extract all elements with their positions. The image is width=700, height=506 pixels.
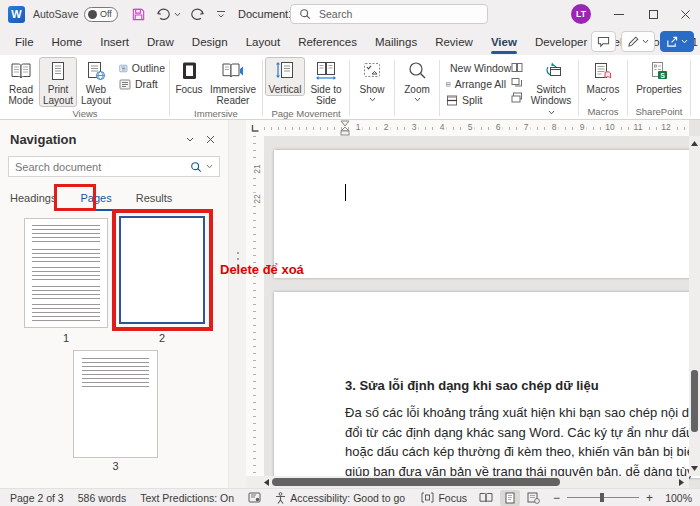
- zoom-knob[interactable]: [600, 493, 604, 502]
- outline-icon: [119, 63, 128, 74]
- ruler-number: 21: [252, 162, 262, 175]
- tab-pages[interactable]: Pages: [80, 192, 111, 211]
- tab-selector[interactable]: [246, 120, 264, 136]
- indent-markers-icon[interactable]: [340, 120, 350, 136]
- page-thumbnail-3[interactable]: [73, 350, 158, 458]
- ruler-number: 3: [410, 122, 419, 132]
- tab-home[interactable]: Home: [43, 28, 92, 55]
- immersive-reader-button[interactable]: Immersive Reader: [206, 57, 260, 107]
- document-page-2[interactable]: [274, 150, 700, 278]
- read-mode-button[interactable]: Read Mode: [3, 57, 39, 107]
- tab-mailings[interactable]: Mailings: [366, 28, 426, 55]
- show-dropdown-button[interactable]: Show: [352, 57, 392, 103]
- scroll-up-arrow[interactable]: [689, 138, 700, 149]
- tab-insert[interactable]: Insert: [91, 28, 138, 55]
- scroll-down-arrow[interactable]: [689, 463, 700, 474]
- horizontal-scrollbar[interactable]: [246, 476, 689, 488]
- navigation-search-box[interactable]: [8, 156, 220, 177]
- page-thumbnail-1[interactable]: [24, 218, 108, 328]
- share-button[interactable]: [660, 31, 694, 52]
- tab-results[interactable]: Results: [136, 192, 173, 211]
- tab-design[interactable]: Design: [183, 28, 237, 55]
- vertical-button[interactable]: Vertical: [265, 57, 305, 96]
- autosave-toggle[interactable]: Off: [84, 0, 118, 28]
- macros-button[interactable]: Macros: [581, 57, 625, 103]
- arrange-all-button[interactable]: Arrange All: [446, 78, 506, 90]
- web-layout-view-button[interactable]: [524, 490, 544, 506]
- vertical-scroll-thumb[interactable]: [691, 370, 698, 432]
- tab-file[interactable]: File: [6, 28, 43, 55]
- side-to-side-button[interactable]: Side to Side: [305, 57, 347, 107]
- read-mode-view-button[interactable]: [476, 490, 496, 506]
- split-button[interactable]: Split: [446, 94, 506, 106]
- zoom-dropdown-button[interactable]: Zoom: [397, 57, 437, 103]
- search-box[interactable]: Search: [290, 4, 488, 24]
- ribbon-group-views: Read Mode Print Layout Web Layout Outlin…: [3, 57, 167, 119]
- ruler-number: 5: [466, 122, 475, 132]
- horizontal-ruler[interactable]: 12345678910111213: [264, 120, 689, 136]
- undo-button[interactable]: [152, 0, 174, 28]
- side-to-side-icon: [315, 61, 337, 81]
- group-label-sharepoint: SharePoint: [630, 105, 688, 119]
- editing-mode-button[interactable]: [621, 31, 655, 52]
- zoom-out-button[interactable]: −: [553, 493, 560, 503]
- print-layout-view-button[interactable]: [500, 490, 520, 506]
- search-icon[interactable]: [190, 161, 202, 173]
- outline-button[interactable]: Outline: [119, 62, 165, 74]
- quick-access-overflow-button[interactable]: [210, 0, 232, 28]
- tab-view[interactable]: View: [482, 28, 526, 55]
- immersive-reader-icon: [221, 61, 245, 81]
- new-window-button[interactable]: New Window: [446, 62, 506, 74]
- tab-draw[interactable]: Draw: [138, 28, 183, 55]
- vertical-scrollbar[interactable]: [689, 136, 700, 476]
- redo-button[interactable]: [186, 0, 208, 28]
- navigation-options-button[interactable]: [180, 130, 200, 148]
- tab-review[interactable]: Review: [426, 28, 482, 55]
- title-bar: W AutoSave Off Document1 -... Search LT: [0, 0, 700, 28]
- scroll-right-arrow[interactable]: [675, 476, 687, 488]
- pane-splitter[interactable]: [228, 120, 246, 488]
- ruler-number: 4: [438, 122, 447, 132]
- word-count[interactable]: 586 words: [78, 492, 126, 504]
- page-thumbnail-2[interactable]: [119, 216, 205, 324]
- text-predictions[interactable]: Text Predictions: On: [140, 492, 234, 504]
- tab-references[interactable]: References: [289, 28, 366, 55]
- scroll-left-arrow[interactable]: [260, 476, 272, 488]
- chevron-down-icon: [186, 137, 194, 142]
- properties-button[interactable]: S Properties: [630, 57, 688, 96]
- zoom-in-button[interactable]: +: [646, 493, 653, 503]
- reset-window-position-button[interactable]: [511, 92, 523, 103]
- draft-button[interactable]: Draft: [119, 78, 165, 90]
- switch-windows-button[interactable]: Switch Windows: [526, 57, 576, 118]
- annotation-text: Delete để xoá: [220, 262, 304, 277]
- web-layout-button[interactable]: Web Layout: [77, 57, 115, 107]
- zoom-level[interactable]: 100%: [662, 492, 692, 504]
- page-indicator[interactable]: Page 2 of 3: [10, 492, 64, 504]
- avatar[interactable]: LT: [571, 4, 591, 24]
- maximize-button[interactable]: [638, 0, 668, 28]
- tab-headings[interactable]: Headings: [10, 192, 56, 211]
- save-button[interactable]: [127, 0, 149, 28]
- navigation-close-button[interactable]: [200, 130, 220, 148]
- close-button[interactable]: [670, 0, 700, 28]
- focus-button[interactable]: Focus: [172, 57, 206, 96]
- word-logo-icon: W: [8, 0, 25, 28]
- tab-layout[interactable]: Layout: [237, 28, 290, 55]
- macro-record-button[interactable]: [248, 492, 261, 503]
- vertical-ruler[interactable]: 21 22: [246, 136, 264, 476]
- print-layout-button[interactable]: Print Layout: [39, 57, 77, 107]
- comments-button[interactable]: [591, 31, 616, 52]
- chevron-down-icon[interactable]: [206, 164, 213, 169]
- arrange-all-icon: [446, 79, 451, 90]
- accessibility-status[interactable]: Accessibility: Good to go: [275, 492, 405, 504]
- zoom-track[interactable]: [567, 497, 639, 498]
- horizontal-scroll-thumb[interactable]: [272, 478, 560, 486]
- text-cursor: [345, 184, 346, 201]
- navigation-search-input[interactable]: [15, 161, 186, 173]
- synchronous-scrolling-button[interactable]: [511, 77, 523, 88]
- tab-developer[interactable]: Developer: [526, 28, 596, 55]
- focus-mode-button[interactable]: Focus: [421, 492, 467, 504]
- minimize-button[interactable]: [604, 0, 634, 28]
- view-side-by-side-button[interactable]: [511, 62, 523, 73]
- undo-dropdown[interactable]: [172, 0, 182, 28]
